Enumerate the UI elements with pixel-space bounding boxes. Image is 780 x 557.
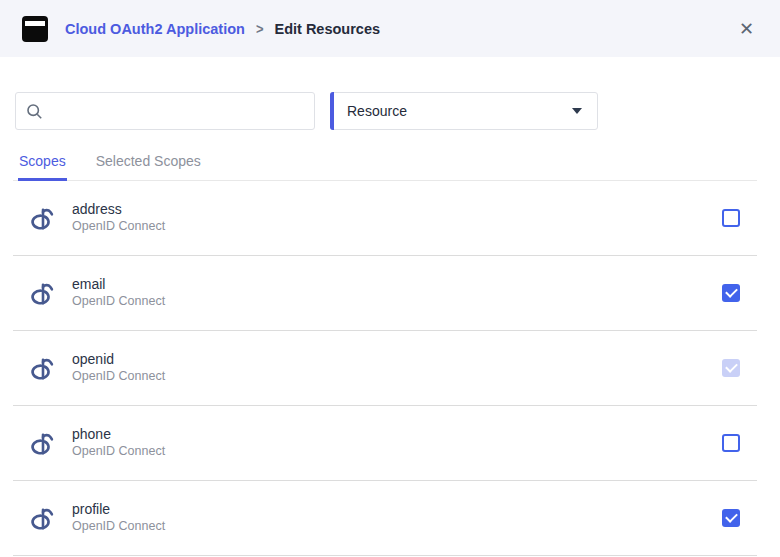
scope-type: OpenID Connect — [72, 294, 165, 310]
toolbar: Resource — [15, 92, 780, 130]
scope-checkbox[interactable] — [722, 284, 740, 302]
chevron-down-icon — [572, 108, 582, 114]
tab-bar: Scopes Selected Scopes — [13, 147, 757, 181]
openid-connect-icon — [30, 355, 56, 381]
scope-name: profile — [72, 501, 165, 519]
scope-name: address — [72, 201, 165, 219]
tab-scopes[interactable]: Scopes — [18, 147, 67, 181]
scope-name: openid — [72, 351, 165, 369]
app-window-icon — [22, 16, 48, 42]
resource-select[interactable]: Resource — [330, 92, 598, 130]
openid-connect-icon — [30, 280, 56, 306]
openid-connect-icon — [30, 430, 56, 456]
list-item: address OpenID Connect — [13, 181, 757, 256]
search-box — [15, 92, 315, 130]
list-item: email OpenID Connect — [13, 256, 757, 331]
breadcrumb-parent-link[interactable]: Cloud OAuth2 Application — [65, 21, 245, 37]
select-accent-bar — [330, 92, 334, 130]
search-input[interactable] — [51, 102, 304, 120]
scope-checkbox — [722, 359, 740, 377]
scope-checkbox[interactable] — [722, 209, 740, 227]
resource-select-value: Resource — [347, 103, 407, 119]
scope-name: email — [72, 276, 165, 294]
scopes-list: address OpenID Connect email OpenID Conn… — [13, 181, 757, 556]
list-item: phone OpenID Connect — [13, 406, 757, 481]
scope-name: phone — [72, 426, 165, 444]
openid-connect-icon — [30, 505, 56, 531]
breadcrumb-separator-icon: > — [256, 20, 264, 37]
scope-type: OpenID Connect — [72, 444, 165, 460]
list-item: openid OpenID Connect — [13, 331, 757, 406]
openid-connect-icon — [30, 205, 56, 231]
scope-checkbox[interactable] — [722, 434, 740, 452]
dialog-header: Cloud OAuth2 Application > Edit Resource… — [0, 0, 780, 57]
scope-type: OpenID Connect — [72, 219, 165, 235]
close-icon[interactable]: ✕ — [737, 18, 756, 40]
list-item: profile OpenID Connect — [13, 481, 757, 556]
scope-checkbox[interactable] — [722, 509, 740, 527]
scope-type: OpenID Connect — [72, 519, 165, 535]
search-icon — [26, 103, 43, 120]
page-title: Edit Resources — [274, 21, 380, 37]
scope-type: OpenID Connect — [72, 369, 165, 385]
tab-selected-scopes[interactable]: Selected Scopes — [95, 147, 202, 180]
